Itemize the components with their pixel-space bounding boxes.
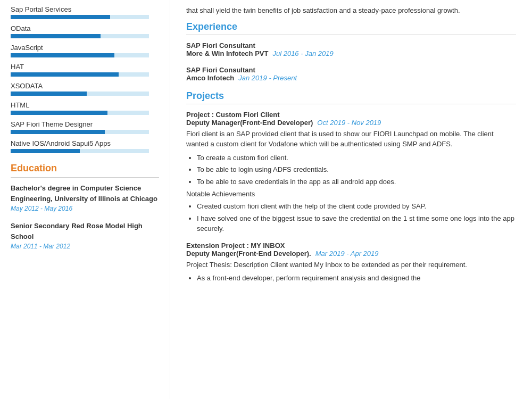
project-date: Mar 2019 - Apr 2019	[315, 250, 379, 257]
skill-bar-bg	[11, 15, 149, 19]
skill-bar-fill	[11, 130, 105, 134]
achievement-item: I have solved one of the biggest issue t…	[197, 213, 516, 234]
projects-list: Project : Custom Fiori ClientDeputy Mana…	[186, 111, 516, 284]
skill-name: Native IOS/Android Sapui5 Apps	[11, 139, 159, 147]
skill-item: JavaScript	[11, 44, 159, 57]
skill-bar-fill	[11, 92, 87, 96]
project-item: Project : Custom Fiori ClientDeputy Mana…	[186, 111, 516, 234]
skill-bar-bg	[11, 130, 149, 134]
skill-bar-fill	[11, 72, 119, 77]
project-role: Deputy Manger(Front-End Developer).	[186, 250, 311, 257]
education-divider	[11, 177, 159, 178]
skill-item: Sap Portal Services	[11, 5, 159, 19]
job-title: SAP Fiori Consultant	[186, 41, 516, 49]
project-desc: Project Thesis: Description Client wante…	[186, 260, 516, 270]
skill-name: HTML	[11, 101, 159, 109]
skill-bar-fill	[11, 34, 101, 38]
project-name: Project : Custom Fiori Client	[186, 111, 516, 119]
education-item: Senior Secondary Red Rose Model High Sch…	[11, 221, 159, 250]
skill-name: Sap Portal Services	[11, 5, 159, 13]
project-item: Extension Project : MY INBOXDeputy Mange…	[186, 242, 516, 284]
skill-bar-bg	[11, 72, 149, 77]
project-role-line: Deputy Manager(Front-End Developer)Oct 2…	[186, 119, 516, 127]
edu-degree: Senior Secondary Red Rose Model High Sch…	[11, 221, 159, 242]
skill-bar-bg	[11, 111, 149, 115]
skills-list: Sap Portal ServicesODataJavaScriptHATXSO…	[11, 5, 159, 153]
skill-bar-fill	[11, 111, 107, 115]
project-role: Deputy Manager(Front-End Developer)	[186, 119, 313, 127]
jobs-list: SAP Fiori ConsultantMore & Win Infotech …	[186, 41, 516, 82]
job-company-line: Amco InfotechJan 2019 - Present	[186, 74, 516, 82]
skill-bar-bg	[11, 92, 149, 96]
experience-divider	[186, 35, 516, 35]
projects-section-title: Projects	[186, 90, 516, 102]
job-date: Jul 2016 - Jan 2019	[272, 49, 333, 57]
skill-item: Native IOS/Android Sapui5 Apps	[11, 139, 159, 153]
experience-section-title: Experience	[186, 21, 516, 32]
left-panel: Sap Portal ServicesODataJavaScriptHATXSO…	[0, 0, 170, 399]
skill-item: XSODATA	[11, 82, 159, 96]
education-list: Bachelor's degree in Computer Science En…	[11, 183, 159, 250]
skill-bar-bg	[11, 149, 149, 153]
education-section-title: Education	[11, 163, 159, 174]
project-desc: Fiori client is an SAP provided client t…	[186, 129, 516, 149]
job-company: More & Win Infotech PVT	[186, 49, 268, 57]
job-title: SAP Fiori Consultant	[186, 66, 516, 74]
project-name: Extension Project : MY INBOX	[186, 242, 516, 250]
objective-text: that shall yield the twin benefits of jo…	[186, 5, 516, 16]
skill-name: JavaScript	[11, 44, 159, 52]
edu-date: May 2012 - May 2016	[11, 205, 159, 212]
job-item: SAP Fiori ConsultantMore & Win Infotech …	[186, 41, 516, 57]
job-item: SAP Fiori ConsultantAmco InfotechJan 201…	[186, 66, 516, 82]
bullet-item: To be able to save credentials in the ap…	[197, 177, 516, 187]
skill-item: HAT	[11, 63, 159, 77]
skill-bar-bg	[11, 34, 149, 38]
projects-divider	[186, 104, 516, 104]
edu-degree: Bachelor's degree in Computer Science En…	[11, 183, 159, 204]
project-bullets: To create a custom fiori client.To be ab…	[197, 153, 516, 187]
project-role-line: Deputy Manger(Front-End Developer).Mar 2…	[186, 250, 516, 257]
bullet-item: As a front-end developer, perform requir…	[197, 273, 516, 284]
bullet-item: To create a custom fiori client.	[197, 153, 516, 163]
project-bullets: As a front-end developer, perform requir…	[197, 273, 516, 284]
project-date: Oct 2019 - Nov 2019	[317, 119, 381, 127]
bullet-item: To be able to login using ADFS credentia…	[197, 164, 516, 175]
skill-bar-fill	[11, 15, 110, 19]
job-company-line: More & Win Infotech PVTJul 2016 - Jan 20…	[186, 49, 516, 57]
job-date: Jan 2019 - Present	[238, 74, 297, 82]
skill-bar-bg	[11, 53, 149, 57]
achievements-list: Created custom fiori client with the hel…	[197, 201, 516, 234]
skill-item: SAP Fiori Theme Designer	[11, 120, 159, 134]
edu-date: Mar 2011 - Mar 2012	[11, 243, 159, 250]
notable-achievements-label: Notable Achievements	[186, 190, 516, 198]
achievement-item: Created custom fiori client with the hel…	[197, 201, 516, 212]
job-company: Amco Infotech	[186, 74, 234, 82]
skill-item: HTML	[11, 101, 159, 115]
skill-bar-fill	[11, 149, 80, 153]
skill-bar-fill	[11, 53, 114, 57]
skill-name: XSODATA	[11, 82, 159, 90]
skill-item: OData	[11, 24, 159, 38]
education-item: Bachelor's degree in Computer Science En…	[11, 183, 159, 212]
skill-name: HAT	[11, 63, 159, 71]
skill-name: SAP Fiori Theme Designer	[11, 120, 159, 128]
right-panel: that shall yield the twin benefits of jo…	[170, 0, 532, 399]
skill-name: OData	[11, 24, 159, 32]
